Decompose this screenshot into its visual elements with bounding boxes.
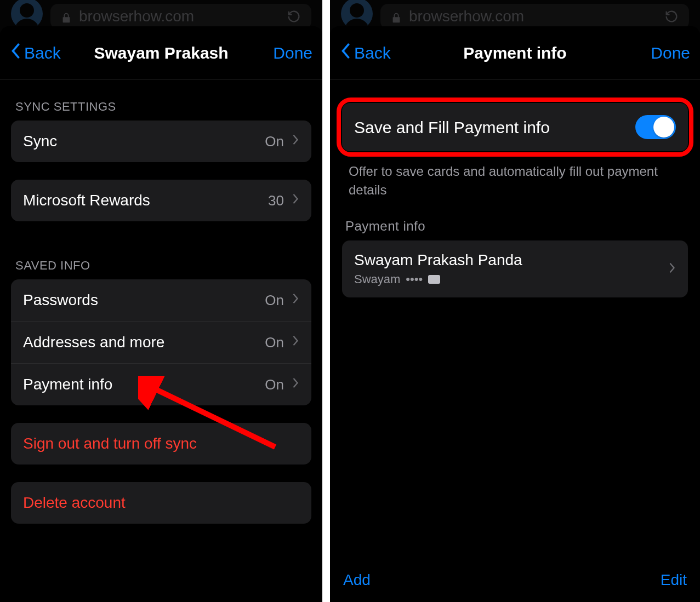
signout-label: Sign out and turn off sync xyxy=(23,435,299,452)
sync-value: On xyxy=(265,133,284,150)
payment-info-sheet: Back Payment info Done Save and Fill Pay… xyxy=(330,26,700,602)
payment-info-cell[interactable]: Payment info On xyxy=(11,364,311,405)
card-masked-dots: •••• xyxy=(406,272,423,286)
signout-group: Sign out and turn off sync xyxy=(11,423,311,465)
rewards-value: 30 xyxy=(268,192,284,209)
chevron-right-icon xyxy=(292,291,299,309)
addresses-cell[interactable]: Addresses and more On xyxy=(11,322,311,364)
reload-icon xyxy=(664,9,679,24)
save-fill-toggle-label: Save and Fill Payment info xyxy=(354,117,635,138)
card-holder-name: Swayam Prakash Panda xyxy=(354,251,522,269)
right-phone: browserhow.com Back Payment info Done Sa… xyxy=(330,0,700,602)
rewards-label: Microsoft Rewards xyxy=(23,192,268,209)
delete-account-label: Delete account xyxy=(23,494,299,512)
rewards-group: Microsoft Rewards 30 xyxy=(11,180,311,221)
lock-icon xyxy=(390,10,402,22)
chevron-left-icon xyxy=(340,42,352,64)
sync-group: Sync On xyxy=(11,121,311,162)
card-sub-name: Swayam xyxy=(354,272,400,286)
passwords-label: Passwords xyxy=(23,291,265,309)
payment-info-label: Payment info xyxy=(23,376,265,393)
edit-button[interactable]: Edit xyxy=(661,571,687,589)
passwords-value: On xyxy=(265,292,284,309)
sync-settings-header: SYNC SETTINGS xyxy=(0,80,322,121)
signout-cell[interactable]: Sign out and turn off sync xyxy=(11,423,311,465)
chevron-right-icon xyxy=(292,192,299,209)
rewards-cell[interactable]: Microsoft Rewards 30 xyxy=(11,180,311,221)
address-bar: browserhow.com xyxy=(50,4,311,29)
card-icon xyxy=(428,275,440,284)
reload-icon xyxy=(286,9,301,24)
page-title: Swayam Prakash xyxy=(94,44,228,62)
save-fill-toggle-description: Offer to save cards and automatically fi… xyxy=(330,159,700,199)
back-label: Back xyxy=(354,44,391,62)
add-button[interactable]: Add xyxy=(343,571,371,589)
address-bar: browserhow.com xyxy=(380,4,689,29)
chevron-right-icon xyxy=(292,334,299,351)
page-title: Payment info xyxy=(463,44,566,62)
sync-cell[interactable]: Sync On xyxy=(11,121,311,162)
delete-group: Delete account xyxy=(11,482,311,524)
back-label: Back xyxy=(24,44,61,62)
addresses-label: Addresses and more xyxy=(23,334,265,351)
settings-sheet: Back Swayam Prakash Done SYNC SETTINGS S… xyxy=(0,26,322,602)
bottom-toolbar: Add Edit xyxy=(330,558,700,602)
save-fill-toggle-switch[interactable] xyxy=(635,115,676,139)
nav-bar: Back Payment info Done xyxy=(330,26,700,80)
screenshot-separator xyxy=(322,0,330,602)
done-label: Done xyxy=(273,44,312,62)
passwords-cell[interactable]: Passwords On xyxy=(11,279,311,322)
payment-info-value: On xyxy=(265,376,284,393)
url-text: browserhow.com xyxy=(79,8,194,25)
done-button[interactable]: Done xyxy=(230,44,312,62)
payment-info-list-header: Payment info xyxy=(330,199,700,240)
saved-info-group: Passwords On Addresses and more On Payme… xyxy=(11,279,311,405)
profile-avatar-icon xyxy=(341,0,373,30)
url-text: browserhow.com xyxy=(409,8,524,25)
addresses-value: On xyxy=(265,334,284,351)
nav-bar: Back Swayam Prakash Done xyxy=(0,26,322,80)
saved-card-row[interactable]: Swayam Prakash Panda Swayam •••• xyxy=(342,240,688,297)
back-button[interactable]: Back xyxy=(10,42,92,64)
profile-avatar-icon xyxy=(11,0,43,30)
chevron-right-icon xyxy=(292,376,299,393)
done-label: Done xyxy=(651,44,690,62)
chevron-right-icon xyxy=(292,133,299,150)
left-phone: browserhow.com Back Swayam Prakash Done … xyxy=(0,0,322,602)
save-fill-toggle-row[interactable]: Save and Fill Payment info xyxy=(342,103,688,151)
saved-card-info: Swayam Prakash Panda Swayam •••• xyxy=(354,251,522,286)
lock-icon xyxy=(60,10,72,22)
delete-account-cell[interactable]: Delete account xyxy=(11,482,311,524)
chevron-left-icon xyxy=(10,42,22,64)
chevron-right-icon xyxy=(668,261,676,277)
done-button[interactable]: Done xyxy=(608,44,690,62)
saved-info-header: SAVED INFO xyxy=(0,239,322,279)
sync-label: Sync xyxy=(23,133,265,150)
back-button[interactable]: Back xyxy=(340,42,422,64)
